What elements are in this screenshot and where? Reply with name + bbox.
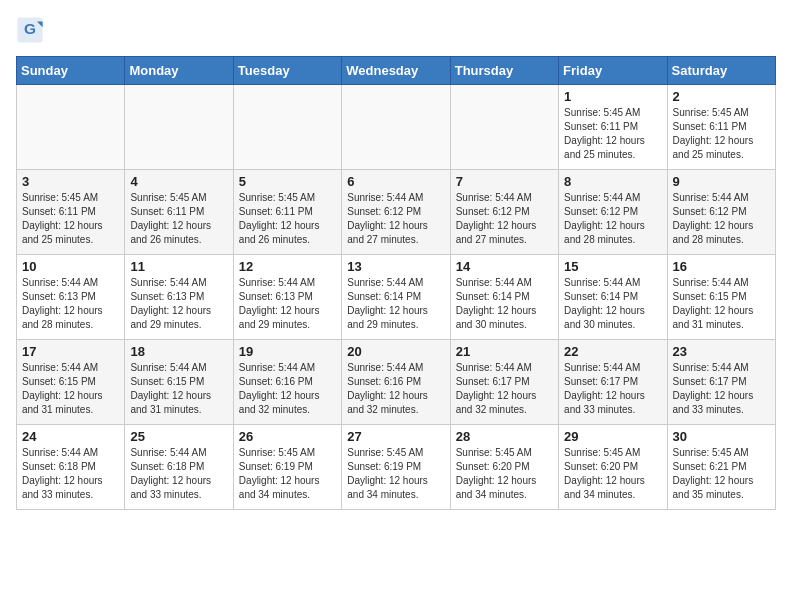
calendar-cell xyxy=(125,85,233,170)
column-header-monday: Monday xyxy=(125,57,233,85)
day-info: Sunrise: 5:45 AM Sunset: 6:11 PM Dayligh… xyxy=(130,191,227,247)
calendar-cell: 18Sunrise: 5:44 AM Sunset: 6:15 PM Dayli… xyxy=(125,340,233,425)
calendar-cell: 21Sunrise: 5:44 AM Sunset: 6:17 PM Dayli… xyxy=(450,340,558,425)
day-number: 21 xyxy=(456,344,553,359)
calendar-cell: 23Sunrise: 5:44 AM Sunset: 6:17 PM Dayli… xyxy=(667,340,775,425)
column-header-wednesday: Wednesday xyxy=(342,57,450,85)
calendar-cell: 25Sunrise: 5:44 AM Sunset: 6:18 PM Dayli… xyxy=(125,425,233,510)
day-number: 6 xyxy=(347,174,444,189)
calendar-cell: 26Sunrise: 5:45 AM Sunset: 6:19 PM Dayli… xyxy=(233,425,341,510)
day-info: Sunrise: 5:44 AM Sunset: 6:13 PM Dayligh… xyxy=(22,276,119,332)
day-info: Sunrise: 5:45 AM Sunset: 6:11 PM Dayligh… xyxy=(564,106,661,162)
day-info: Sunrise: 5:44 AM Sunset: 6:17 PM Dayligh… xyxy=(456,361,553,417)
calendar-cell xyxy=(17,85,125,170)
day-number: 22 xyxy=(564,344,661,359)
day-info: Sunrise: 5:44 AM Sunset: 6:13 PM Dayligh… xyxy=(130,276,227,332)
day-number: 10 xyxy=(22,259,119,274)
calendar-cell: 9Sunrise: 5:44 AM Sunset: 6:12 PM Daylig… xyxy=(667,170,775,255)
calendar-cell: 6Sunrise: 5:44 AM Sunset: 6:12 PM Daylig… xyxy=(342,170,450,255)
calendar-cell: 2Sunrise: 5:45 AM Sunset: 6:11 PM Daylig… xyxy=(667,85,775,170)
day-info: Sunrise: 5:44 AM Sunset: 6:12 PM Dayligh… xyxy=(564,191,661,247)
calendar-cell: 7Sunrise: 5:44 AM Sunset: 6:12 PM Daylig… xyxy=(450,170,558,255)
day-info: Sunrise: 5:44 AM Sunset: 6:15 PM Dayligh… xyxy=(130,361,227,417)
calendar-cell xyxy=(233,85,341,170)
calendar-table: SundayMondayTuesdayWednesdayThursdayFrid… xyxy=(16,56,776,510)
day-info: Sunrise: 5:45 AM Sunset: 6:20 PM Dayligh… xyxy=(564,446,661,502)
day-number: 3 xyxy=(22,174,119,189)
calendar-cell: 5Sunrise: 5:45 AM Sunset: 6:11 PM Daylig… xyxy=(233,170,341,255)
day-number: 26 xyxy=(239,429,336,444)
day-number: 11 xyxy=(130,259,227,274)
calendar-cell: 24Sunrise: 5:44 AM Sunset: 6:18 PM Dayli… xyxy=(17,425,125,510)
day-number: 27 xyxy=(347,429,444,444)
calendar-cell: 12Sunrise: 5:44 AM Sunset: 6:13 PM Dayli… xyxy=(233,255,341,340)
day-info: Sunrise: 5:45 AM Sunset: 6:11 PM Dayligh… xyxy=(22,191,119,247)
day-number: 2 xyxy=(673,89,770,104)
day-info: Sunrise: 5:44 AM Sunset: 6:14 PM Dayligh… xyxy=(564,276,661,332)
day-number: 18 xyxy=(130,344,227,359)
column-header-thursday: Thursday xyxy=(450,57,558,85)
day-number: 25 xyxy=(130,429,227,444)
day-info: Sunrise: 5:45 AM Sunset: 6:19 PM Dayligh… xyxy=(239,446,336,502)
day-info: Sunrise: 5:44 AM Sunset: 6:15 PM Dayligh… xyxy=(22,361,119,417)
calendar-cell: 1Sunrise: 5:45 AM Sunset: 6:11 PM Daylig… xyxy=(559,85,667,170)
day-info: Sunrise: 5:44 AM Sunset: 6:17 PM Dayligh… xyxy=(564,361,661,417)
day-info: Sunrise: 5:44 AM Sunset: 6:17 PM Dayligh… xyxy=(673,361,770,417)
day-info: Sunrise: 5:45 AM Sunset: 6:11 PM Dayligh… xyxy=(673,106,770,162)
day-number: 16 xyxy=(673,259,770,274)
day-number: 8 xyxy=(564,174,661,189)
calendar-cell: 29Sunrise: 5:45 AM Sunset: 6:20 PM Dayli… xyxy=(559,425,667,510)
day-number: 4 xyxy=(130,174,227,189)
calendar-cell: 3Sunrise: 5:45 AM Sunset: 6:11 PM Daylig… xyxy=(17,170,125,255)
calendar-week-row: 1Sunrise: 5:45 AM Sunset: 6:11 PM Daylig… xyxy=(17,85,776,170)
day-number: 14 xyxy=(456,259,553,274)
calendar-header-row: SundayMondayTuesdayWednesdayThursdayFrid… xyxy=(17,57,776,85)
column-header-tuesday: Tuesday xyxy=(233,57,341,85)
column-header-friday: Friday xyxy=(559,57,667,85)
calendar-week-row: 3Sunrise: 5:45 AM Sunset: 6:11 PM Daylig… xyxy=(17,170,776,255)
svg-text:G: G xyxy=(24,20,36,37)
calendar-week-row: 10Sunrise: 5:44 AM Sunset: 6:13 PM Dayli… xyxy=(17,255,776,340)
day-number: 29 xyxy=(564,429,661,444)
column-header-saturday: Saturday xyxy=(667,57,775,85)
day-number: 28 xyxy=(456,429,553,444)
day-info: Sunrise: 5:44 AM Sunset: 6:16 PM Dayligh… xyxy=(347,361,444,417)
day-info: Sunrise: 5:45 AM Sunset: 6:11 PM Dayligh… xyxy=(239,191,336,247)
day-number: 19 xyxy=(239,344,336,359)
day-number: 30 xyxy=(673,429,770,444)
day-number: 7 xyxy=(456,174,553,189)
day-number: 1 xyxy=(564,89,661,104)
calendar-cell xyxy=(450,85,558,170)
calendar-cell: 22Sunrise: 5:44 AM Sunset: 6:17 PM Dayli… xyxy=(559,340,667,425)
day-number: 15 xyxy=(564,259,661,274)
day-info: Sunrise: 5:45 AM Sunset: 6:20 PM Dayligh… xyxy=(456,446,553,502)
day-info: Sunrise: 5:44 AM Sunset: 6:14 PM Dayligh… xyxy=(456,276,553,332)
calendar-cell: 11Sunrise: 5:44 AM Sunset: 6:13 PM Dayli… xyxy=(125,255,233,340)
day-number: 17 xyxy=(22,344,119,359)
day-number: 24 xyxy=(22,429,119,444)
calendar-week-row: 24Sunrise: 5:44 AM Sunset: 6:18 PM Dayli… xyxy=(17,425,776,510)
calendar-cell: 8Sunrise: 5:44 AM Sunset: 6:12 PM Daylig… xyxy=(559,170,667,255)
calendar-cell: 17Sunrise: 5:44 AM Sunset: 6:15 PM Dayli… xyxy=(17,340,125,425)
day-number: 9 xyxy=(673,174,770,189)
day-number: 5 xyxy=(239,174,336,189)
calendar-cell xyxy=(342,85,450,170)
calendar-cell: 28Sunrise: 5:45 AM Sunset: 6:20 PM Dayli… xyxy=(450,425,558,510)
day-info: Sunrise: 5:45 AM Sunset: 6:19 PM Dayligh… xyxy=(347,446,444,502)
calendar-cell: 27Sunrise: 5:45 AM Sunset: 6:19 PM Dayli… xyxy=(342,425,450,510)
generalblue-logo-icon: G xyxy=(16,16,44,44)
calendar-cell: 20Sunrise: 5:44 AM Sunset: 6:16 PM Dayli… xyxy=(342,340,450,425)
calendar-cell: 14Sunrise: 5:44 AM Sunset: 6:14 PM Dayli… xyxy=(450,255,558,340)
day-info: Sunrise: 5:44 AM Sunset: 6:13 PM Dayligh… xyxy=(239,276,336,332)
day-info: Sunrise: 5:44 AM Sunset: 6:12 PM Dayligh… xyxy=(673,191,770,247)
day-info: Sunrise: 5:44 AM Sunset: 6:12 PM Dayligh… xyxy=(456,191,553,247)
day-info: Sunrise: 5:44 AM Sunset: 6:14 PM Dayligh… xyxy=(347,276,444,332)
column-header-sunday: Sunday xyxy=(17,57,125,85)
day-number: 12 xyxy=(239,259,336,274)
calendar-cell: 4Sunrise: 5:45 AM Sunset: 6:11 PM Daylig… xyxy=(125,170,233,255)
day-number: 23 xyxy=(673,344,770,359)
calendar-cell: 10Sunrise: 5:44 AM Sunset: 6:13 PM Dayli… xyxy=(17,255,125,340)
calendar-cell: 15Sunrise: 5:44 AM Sunset: 6:14 PM Dayli… xyxy=(559,255,667,340)
day-info: Sunrise: 5:45 AM Sunset: 6:21 PM Dayligh… xyxy=(673,446,770,502)
logo: G xyxy=(16,16,48,44)
